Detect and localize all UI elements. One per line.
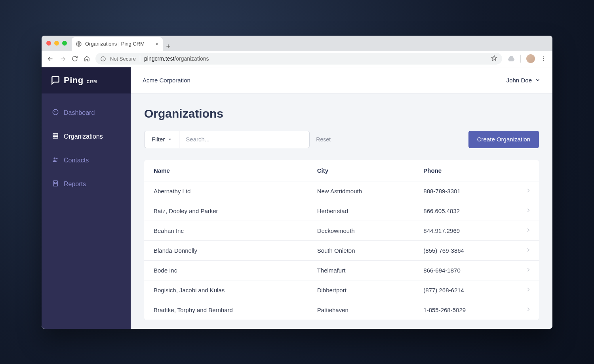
browser-menu-icon[interactable] — [541, 55, 547, 62]
maximize-window-button[interactable] — [62, 41, 67, 46]
cell-name: Bogisich, Jacobi and Kulas — [144, 280, 308, 300]
user-name: John Doe — [506, 77, 532, 84]
chevron-right-icon — [516, 260, 539, 280]
chevron-right-icon — [516, 181, 539, 201]
sidebar-nav: DashboardOrganizationsContactsReports — [42, 93, 131, 204]
tab-title: Organizations | Ping CRM — [85, 41, 145, 47]
sidebar-item-dashboard[interactable]: Dashboard — [42, 105, 131, 121]
window-controls — [46, 36, 67, 51]
reports-icon — [52, 180, 59, 189]
user-menu[interactable]: John Doe — [506, 77, 541, 84]
cell-city: Thelmafurt — [308, 260, 414, 280]
organizations-table: NameCityPhone Abernathy LtdNew Astridmou… — [144, 160, 539, 320]
sidebar: PingCRM DashboardOrganizationsContactsRe… — [42, 67, 131, 329]
reload-button[interactable] — [72, 55, 78, 62]
cell-name: Abernathy Ltd — [144, 181, 308, 201]
security-status: Not Secure — [110, 56, 136, 62]
sidebar-item-label: Reports — [64, 181, 86, 188]
search-input[interactable] — [179, 131, 310, 148]
omnibox-divider — [140, 55, 140, 62]
page-content: Organizations Filter Reset Create Organi… — [131, 93, 552, 320]
table-row[interactable]: Beahan IncDeckowmouth844.917.2969 — [144, 221, 539, 240]
chevron-right-icon — [516, 300, 539, 320]
minimize-window-button[interactable] — [54, 41, 59, 46]
browser-tab[interactable]: Organizations | Ping CRM × — [72, 37, 163, 51]
contacts-icon — [52, 156, 59, 165]
caret-down-icon — [168, 137, 172, 141]
svg-point-4 — [543, 60, 544, 61]
chevron-right-icon — [516, 221, 539, 240]
svg-point-8 — [56, 158, 57, 159]
home-button[interactable] — [84, 55, 90, 62]
app-root: PingCRM DashboardOrganizationsContactsRe… — [42, 67, 552, 329]
app-logo[interactable]: PingCRM — [42, 67, 131, 93]
new-tab-button[interactable]: ＋ — [163, 41, 174, 51]
table-row[interactable]: Bogisich, Jacobi and KulasDibbertport(87… — [144, 280, 539, 300]
cell-phone: (877) 268-6214 — [414, 280, 516, 300]
sidebar-item-organizations[interactable]: Organizations — [42, 128, 131, 145]
cell-phone: (855) 769-3864 — [414, 240, 516, 260]
svg-point-7 — [53, 157, 55, 159]
column-header-name[interactable]: Name — [144, 160, 308, 181]
main-area: Acme Corporation John Doe Organizations … — [131, 67, 552, 329]
svg-point-3 — [543, 58, 544, 59]
dashboard-icon — [52, 109, 59, 117]
cell-name: Batz, Dooley and Parker — [144, 201, 308, 221]
chevron-right-icon — [516, 280, 539, 300]
cell-phone: 866-694-1870 — [414, 260, 516, 280]
sidebar-item-contacts[interactable]: Contacts — [42, 152, 131, 169]
sidebar-item-label: Dashboard — [64, 109, 95, 116]
organizations-icon — [52, 132, 59, 141]
logo-brand: Ping — [64, 75, 84, 86]
chat-bubble-icon — [50, 75, 61, 86]
current-account-name[interactable]: Acme Corporation — [143, 77, 190, 84]
toolbar-separator — [520, 55, 521, 63]
svg-rect-12 — [54, 183, 57, 184]
table-row[interactable]: Abernathy LtdNew Astridmouth888-789-3301 — [144, 181, 539, 201]
forward-button[interactable] — [59, 55, 66, 62]
bookmark-icon[interactable] — [491, 55, 497, 63]
create-organization-button[interactable]: Create Organization — [468, 131, 539, 148]
cell-name: Beahan Inc — [144, 221, 308, 240]
close-window-button[interactable] — [46, 41, 51, 46]
svg-point-2 — [543, 56, 544, 57]
globe-icon — [76, 41, 82, 47]
cell-phone: 844.917.2969 — [414, 221, 516, 240]
drive-extension-icon[interactable] — [508, 55, 515, 62]
cell-city: Dibbertport — [308, 280, 414, 300]
sidebar-item-reports[interactable]: Reports — [42, 176, 131, 192]
cell-city: Herbertstad — [308, 201, 414, 221]
column-header-city[interactable]: City — [308, 160, 414, 181]
reset-link[interactable]: Reset — [316, 136, 331, 143]
cell-phone: 866.605.4832 — [414, 201, 516, 221]
column-header-phone[interactable]: Phone — [414, 160, 516, 181]
logo-suffix: CRM — [87, 80, 97, 84]
browser-window: Organizations | Ping CRM × ＋ Not Secure … — [42, 36, 552, 329]
cell-city: New Astridmouth — [308, 181, 414, 201]
sidebar-item-label: Contacts — [64, 157, 89, 164]
filter-label: Filter — [152, 136, 165, 143]
table-row[interactable]: Blanda-DonnellySouth Onieton(855) 769-38… — [144, 240, 539, 260]
cell-name: Bode Inc — [144, 260, 308, 280]
address-bar[interactable]: Not Secure pingcrm.test/organizations — [95, 53, 502, 65]
cell-city: Pattiehaven — [308, 300, 414, 320]
url-text: pingcrm.test/organizations — [144, 55, 209, 62]
profile-avatar[interactable] — [526, 54, 535, 63]
cell-phone: 888-789-3301 — [414, 181, 516, 201]
cell-phone: 1-855-268-5029 — [414, 300, 516, 320]
table-row[interactable]: Bode IncThelmafurt866-694-1870 — [144, 260, 539, 280]
column-header-actions — [516, 160, 539, 181]
filter-button[interactable]: Filter — [144, 131, 179, 148]
svg-rect-11 — [56, 182, 57, 183]
chevron-down-icon — [535, 77, 541, 83]
browser-tab-strip: Organizations | Ping CRM × ＋ — [42, 36, 552, 51]
close-tab-icon[interactable]: × — [156, 41, 159, 47]
table-row[interactable]: Bradtke, Torphy and BernhardPattiehaven1… — [144, 300, 539, 320]
svg-rect-10 — [54, 182, 55, 183]
browser-toolbar: Not Secure pingcrm.test/organizations — [42, 51, 552, 67]
back-button[interactable] — [47, 55, 54, 62]
filters-row: Filter Reset Create Organization — [144, 131, 539, 148]
table-row[interactable]: Batz, Dooley and ParkerHerbertstad866.60… — [144, 201, 539, 221]
page-title: Organizations — [144, 107, 539, 120]
chevron-right-icon — [516, 201, 539, 221]
